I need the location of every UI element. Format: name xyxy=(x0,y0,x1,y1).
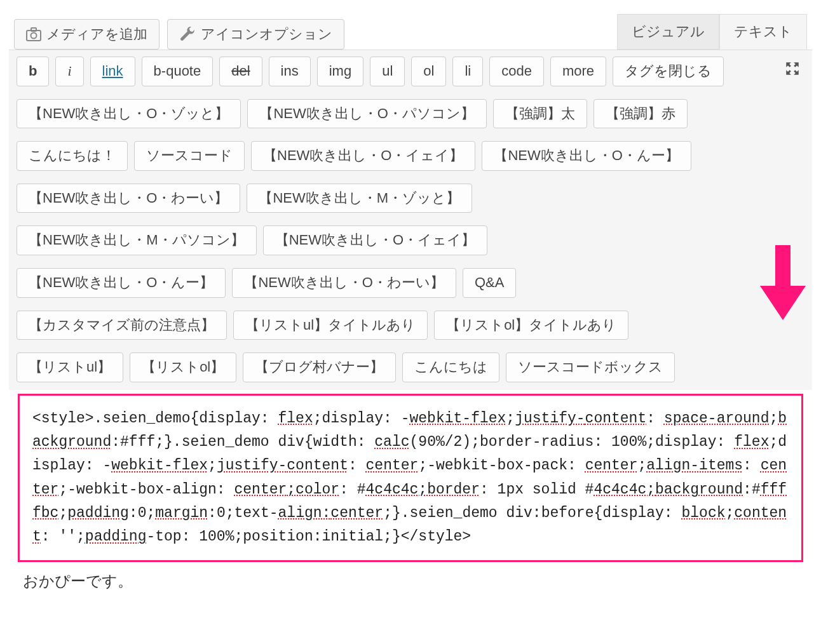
editor-textarea-highlight[interactable]: <style>.seien_demo{display: flex;display… xyxy=(18,394,803,563)
wrench-icon xyxy=(179,26,196,43)
qt-custom-button[interactable]: 【NEW吹き出し・O・イェイ】 xyxy=(263,225,487,255)
qt-custom-button[interactable]: 【リストol】タイトルあり xyxy=(434,311,628,340)
qt-custom-button[interactable]: 【NEW吹き出し・O・ゾッと】 xyxy=(17,99,241,129)
qt-li-button[interactable]: li xyxy=(452,57,483,86)
qt-italic-button[interactable]: i xyxy=(55,57,83,86)
qt-close-tags-button[interactable]: タグを閉じる xyxy=(613,57,724,86)
qt-custom-button[interactable]: 【リストol】 xyxy=(130,352,236,382)
tab-visual[interactable]: ビジュアル xyxy=(617,14,719,50)
qt-custom-button[interactable]: 【NEW吹き出し・O・パソコン】 xyxy=(247,99,486,129)
qt-custom-button[interactable]: 【NEW吹き出し・O・んー】 xyxy=(482,141,691,171)
qt-custom-button[interactable]: 【NEW吹き出し・O・わーい】 xyxy=(17,184,240,213)
editor-mode-tabs: ビジュアル テキスト xyxy=(617,14,807,50)
fullscreen-icon[interactable] xyxy=(780,57,804,83)
qt-more-button[interactable]: more xyxy=(550,57,606,86)
qt-bold-button[interactable]: b xyxy=(17,57,49,86)
qt-custom-button[interactable]: 【リストul】 xyxy=(17,352,123,382)
icon-options-label: アイコンオプション xyxy=(201,26,332,43)
qt-custom-button[interactable]: 【NEW吹き出し・O・イェイ】 xyxy=(251,141,475,171)
qt-custom-button[interactable]: Q&A xyxy=(463,268,516,298)
qt-custom-button[interactable]: 【リストul】タイトルあり xyxy=(233,311,428,340)
qt-custom-button[interactable]: 【NEW吹き出し・O・んー】 xyxy=(17,268,226,298)
qt-custom-button[interactable]: 【カスタマイズ前の注意点】 xyxy=(17,311,227,340)
qt-img-button[interactable]: img xyxy=(317,57,363,86)
qt-custom-button[interactable]: 【強調】太 xyxy=(493,99,587,129)
qt-ins-button[interactable]: ins xyxy=(269,57,311,86)
qt-custom-button[interactable]: 【ブログ村バナー】 xyxy=(243,352,396,382)
qt-bquote-button[interactable]: b-quote xyxy=(142,57,214,86)
tab-text[interactable]: テキスト xyxy=(719,14,807,50)
qt-custom-button[interactable]: 【NEW吹き出し・M・パソコン】 xyxy=(17,225,257,255)
qt-code-button[interactable]: code xyxy=(489,57,544,86)
qt-custom-button[interactable]: ソースコード xyxy=(134,141,245,171)
qt-custom-button[interactable]: ソースコードボックス xyxy=(506,352,675,382)
editor-body-text[interactable]: おかぴーです。 xyxy=(9,568,812,604)
qt-ul-button[interactable]: ul xyxy=(370,57,405,86)
svg-point-2 xyxy=(31,32,37,38)
qt-custom-button[interactable]: 【NEW吹き出し・M・ゾッと】 xyxy=(247,184,472,213)
qt-custom-button[interactable]: こんにちは xyxy=(402,352,499,382)
qt-link-button[interactable]: link xyxy=(90,57,135,86)
add-media-button[interactable]: メディアを追加 xyxy=(14,19,159,50)
qt-custom-button[interactable]: 【NEW吹き出し・O・わーい】 xyxy=(232,268,456,298)
icon-options-button[interactable]: アイコンオプション xyxy=(167,19,344,50)
svg-rect-0 xyxy=(27,30,41,41)
add-media-label: メディアを追加 xyxy=(46,26,147,43)
qt-custom-button[interactable]: こんにちは！ xyxy=(17,141,128,171)
quicktags-toolbar: b i link b-quote del ins img ul ol li co… xyxy=(9,50,812,390)
svg-rect-1 xyxy=(31,28,36,31)
qt-del-button[interactable]: del xyxy=(219,57,262,86)
camera-icon xyxy=(26,27,41,41)
qt-custom-button[interactable]: 【強調】赤 xyxy=(594,99,688,129)
qt-ol-button[interactable]: ol xyxy=(411,57,446,86)
